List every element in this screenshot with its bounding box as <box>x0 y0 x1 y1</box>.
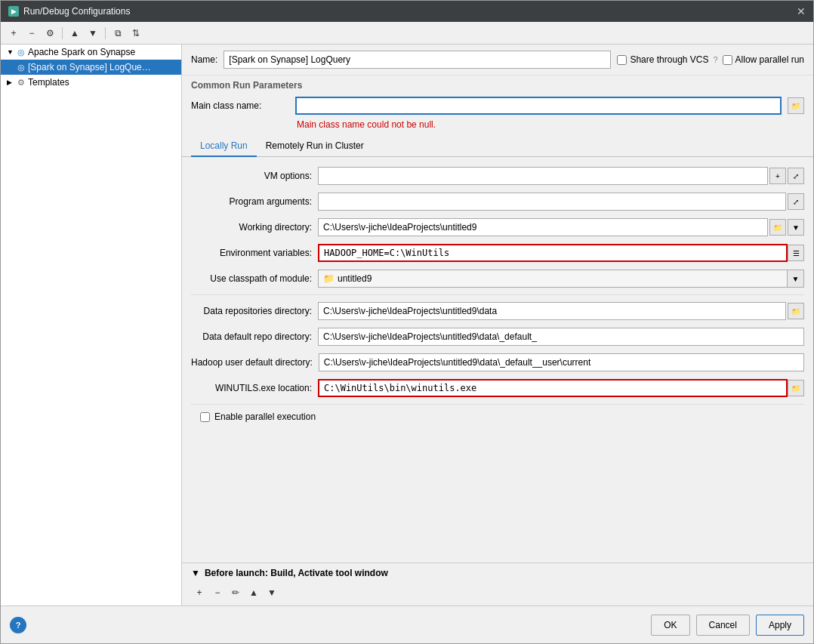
parallel-run-checkbox[interactable] <box>723 55 732 65</box>
main-content: ▼ ◎ Apache Spark on Synapse ◎ [Spark on … <box>1 45 813 605</box>
title-bar: ▶ Run/Debug Configurations ✕ <box>1 1 813 22</box>
before-launch-remove-button[interactable]: − <box>209 584 226 601</box>
bottom-left: ? <box>10 617 26 633</box>
sidebar-item-label: [Spark on Synapse] LogQue… <box>28 62 151 72</box>
hadoop-user-dir-label: Hadoop user default directory: <box>191 357 313 368</box>
winutils-input[interactable] <box>318 379 788 397</box>
sort-button[interactable]: ⇅ <box>128 25 144 42</box>
name-row: Name: Share through VCS ? Allow parallel… <box>182 45 813 75</box>
sidebar-item-apache-spark-synapse[interactable]: ▼ ◎ Apache Spark on Synapse <box>1 45 181 60</box>
add-configuration-button[interactable]: + <box>5 25 22 42</box>
env-vars-input[interactable] <box>318 244 788 262</box>
vm-options-input-wrapper: + ⤢ <box>318 167 804 185</box>
before-launch-down-button[interactable]: ▼ <box>264 584 280 601</box>
tab-remotely-run[interactable]: Remotely Run in Cluster <box>257 136 373 157</box>
classpath-dropdown-button[interactable]: ▼ <box>788 270 804 288</box>
right-panel: Name: Share through VCS ? Allow parallel… <box>182 45 813 605</box>
env-vars-edit-button[interactable]: ☰ <box>788 245 804 261</box>
before-launch-toolbar: + − ✏ ▲ ▼ <box>191 584 804 601</box>
separator-1 <box>191 294 804 295</box>
move-down-button[interactable]: ▼ <box>85 25 101 42</box>
share-vcs-checkbox[interactable] <box>617 55 627 65</box>
toolbar-separator-2 <box>105 27 106 39</box>
name-input[interactable] <box>224 51 611 69</box>
vm-options-expand-button[interactable]: + <box>769 168 786 184</box>
window-icon: ▶ <box>8 6 19 17</box>
data-repo-dir-browse-button[interactable]: 📁 <box>788 303 804 319</box>
program-args-input-wrapper: ⤢ <box>318 193 804 211</box>
hadoop-user-dir-row: Hadoop user default directory: <box>191 350 804 375</box>
main-class-row: Main class name: 📁 <box>182 94 813 118</box>
env-vars-label: Environment variables: <box>191 248 312 258</box>
data-default-repo-input[interactable] <box>318 328 804 346</box>
before-launch-chevron: ▼ <box>191 568 200 578</box>
share-vcs-label[interactable]: Share through VCS <box>617 54 708 65</box>
data-default-repo-row: Data default repo directory: <box>191 324 804 350</box>
help-icon[interactable]: ? <box>713 55 717 64</box>
sidebar-item-label: Templates <box>28 77 69 88</box>
working-dir-input-wrapper: 📁 ▼ <box>318 218 804 236</box>
tab-locally-run[interactable]: Locally Run <box>191 136 257 157</box>
bottom-right: OK Cancel Apply <box>651 615 804 636</box>
winutils-browse-button[interactable]: 📁 <box>788 380 804 396</box>
cancel-button[interactable]: Cancel <box>696 615 750 636</box>
program-args-input[interactable] <box>318 193 786 211</box>
data-repo-dir-input[interactable] <box>318 302 786 320</box>
data-repo-dir-row: Data repositories directory: 📁 <box>191 298 804 324</box>
vm-options-label: VM options: <box>191 171 312 181</box>
separator-2 <box>191 404 804 405</box>
chevron-right-icon: ▶ <box>7 79 14 86</box>
before-launch-header[interactable]: ▼ Before launch: Build, Activate tool wi… <box>191 568 804 578</box>
before-launch-add-button[interactable]: + <box>191 584 208 601</box>
working-dir-input[interactable] <box>318 218 768 236</box>
main-class-input[interactable] <box>295 97 782 115</box>
spark-group-icon: ◎ <box>17 48 25 57</box>
winutils-label: WINUTILS.exe location: <box>191 383 312 393</box>
sidebar-item-log-query[interactable]: ◎ [Spark on Synapse] LogQue… <box>1 60 181 75</box>
chevron-down-icon: ▼ <box>7 48 14 56</box>
settings-button[interactable]: ⚙ <box>42 25 58 42</box>
classpath-row: Use classpath of module: 📁 untitled9 ▼ <box>191 266 804 291</box>
remove-configuration-button[interactable]: − <box>23 25 40 42</box>
folder-icon: 📁 <box>323 273 335 284</box>
before-launch-edit-button[interactable]: ✏ <box>227 584 244 601</box>
before-launch-title: Before launch: Build, Activate tool wind… <box>205 568 388 578</box>
data-repo-dir-label: Data repositories directory: <box>191 306 312 316</box>
apply-button[interactable]: Apply <box>756 615 804 636</box>
vm-options-expand2-button[interactable]: ⤢ <box>788 168 804 184</box>
sidebar-item-templates[interactable]: ▶ ⚙ Templates <box>1 75 181 90</box>
main-class-label: Main class name: <box>191 100 289 111</box>
params-section: Common Run Parameters Main class name: 📁… <box>182 75 813 605</box>
classpath-combo-wrapper: 📁 untitled9 ▼ <box>318 270 804 288</box>
name-label: Name: <box>191 54 217 65</box>
working-dir-browse-button[interactable]: 📁 <box>769 219 786 236</box>
enable-parallel-label[interactable]: Enable parallel execution <box>214 411 316 422</box>
sidebar-item-label: Apache Spark on Synapse <box>28 47 135 57</box>
sidebar: ▼ ◎ Apache Spark on Synapse ◎ [Spark on … <box>1 45 182 605</box>
main-class-browse-button[interactable]: 📁 <box>788 97 804 114</box>
enable-parallel-checkbox[interactable] <box>200 412 210 422</box>
parallel-run-label[interactable]: Allow parallel run <box>723 54 804 65</box>
classpath-module-value: 📁 untitled9 <box>318 270 788 288</box>
before-launch-up-button[interactable]: ▲ <box>245 584 262 601</box>
program-args-expand-button[interactable]: ⤢ <box>788 193 804 210</box>
data-default-repo-input-wrapper <box>318 328 804 346</box>
hadoop-user-dir-input[interactable] <box>319 353 804 371</box>
classpath-label: Use classpath of module: <box>191 273 312 284</box>
module-name: untitled9 <box>338 273 372 284</box>
vm-options-input[interactable] <box>318 167 768 185</box>
help-button[interactable]: ? <box>10 617 26 633</box>
common-run-params-header: Common Run Parameters <box>182 75 813 94</box>
templates-icon: ⚙ <box>17 78 25 88</box>
move-up-button[interactable]: ▲ <box>66 25 83 42</box>
working-dir-arrow-button[interactable]: ▼ <box>788 219 804 236</box>
vcs-row: Share through VCS ? Allow parallel run <box>617 54 804 65</box>
ok-button[interactable]: OK <box>651 615 689 636</box>
hadoop-user-dir-input-wrapper <box>319 353 804 371</box>
close-button[interactable]: ✕ <box>797 6 806 17</box>
program-args-row: Program arguments: ⤢ <box>191 189 804 214</box>
working-dir-row: Working directory: 📁 ▼ <box>191 214 804 240</box>
copy-button[interactable]: ⧉ <box>109 25 126 42</box>
enable-parallel-row: Enable parallel execution <box>191 408 804 426</box>
tabs: Locally Run Remotely Run in Cluster <box>182 136 813 157</box>
